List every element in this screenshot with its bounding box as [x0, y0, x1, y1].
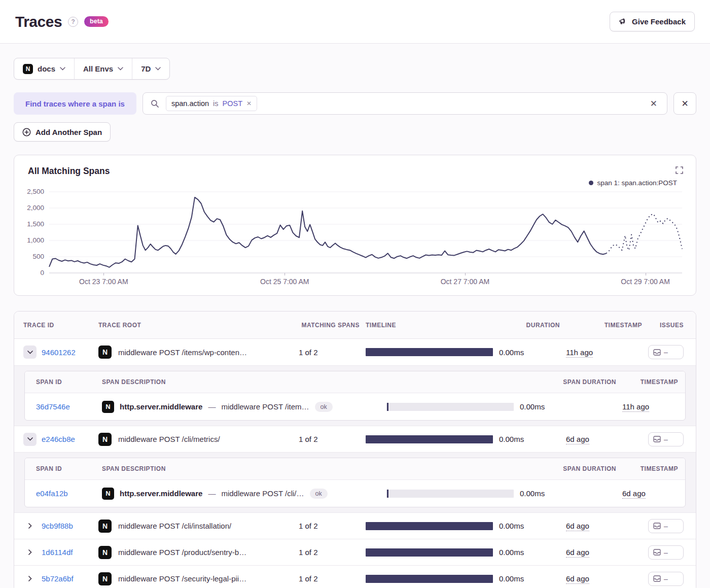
- legend-dot: [589, 181, 593, 185]
- nextjs-icon: N: [98, 345, 112, 359]
- nextjs-icon: N: [98, 520, 112, 533]
- collapse-row-button[interactable]: [23, 433, 37, 446]
- issues-button[interactable]: –: [648, 545, 684, 560]
- traces-table: Trace ID Trace Root Matching Spans Timel…: [14, 311, 696, 588]
- span-op: http.server.middleware: [120, 489, 202, 498]
- span-status-badge: ok: [315, 402, 333, 412]
- trace-id-link[interactable]: 5b72a6bf: [42, 574, 74, 583]
- timeline-bar: [366, 548, 493, 557]
- add-another-span-button[interactable]: Add Another Span: [14, 122, 111, 142]
- issues-button[interactable]: –: [648, 519, 684, 533]
- span-duration-value: 0.00ms: [520, 489, 616, 498]
- timestamp-value[interactable]: 11h ago: [566, 348, 642, 357]
- col-span-duration: Span Duration: [563, 465, 616, 472]
- table-row: 5b72a6bf N middleware POST /security-leg…: [14, 565, 696, 588]
- expand-row-button[interactable]: [23, 520, 37, 533]
- expand-row-button[interactable]: [23, 546, 37, 559]
- issues-button[interactable]: –: [648, 345, 684, 359]
- help-icon[interactable]: ?: [68, 17, 78, 27]
- chevron-down-icon: [155, 67, 161, 71]
- trace-root-label: middleware POST /security-legal-pii…: [118, 574, 246, 583]
- spans-line-chart: [49, 192, 682, 273]
- span-subtable-wrap: Span ID Span Description Span Duration T…: [14, 452, 696, 512]
- nextjs-icon: N: [102, 401, 114, 413]
- matching-spans-value: 1 of 2: [299, 435, 360, 443]
- col-trace-root: Trace Root: [98, 322, 293, 329]
- date-range-selector[interactable]: 7D: [132, 58, 169, 79]
- nextjs-icon: N: [98, 572, 112, 585]
- col-issues: Issues: [660, 322, 684, 329]
- col-timestamp: Timestamp: [605, 322, 642, 329]
- fullscreen-icon[interactable]: [676, 166, 683, 174]
- trace-id-link[interactable]: 9cb9f88b: [42, 522, 73, 530]
- chevron-right-icon: [28, 523, 32, 529]
- trace-id-link[interactable]: 1d6114df: [42, 548, 73, 557]
- issue-box-icon: [653, 436, 661, 442]
- chevron-down-icon: [60, 67, 65, 71]
- nextjs-icon: N: [98, 433, 112, 446]
- page-filter-bar: N docs All Envs 7D: [14, 58, 170, 80]
- project-selector[interactable]: N docs: [14, 58, 74, 79]
- issue-box-icon: [653, 523, 661, 529]
- search-icon: [151, 99, 159, 108]
- megaphone-icon: [619, 17, 627, 26]
- remove-span-filter-button[interactable]: ✕: [673, 92, 696, 115]
- table-row: 1d6114df N middleware POST /product/sent…: [14, 539, 696, 565]
- token-key: span.action: [171, 99, 209, 108]
- chevron-down-icon: [27, 351, 33, 354]
- table-row: 9cb9f88b N middleware POST /cli/installa…: [14, 512, 696, 539]
- trace-root-label: middleware POST /cli/metrics/: [118, 435, 220, 443]
- chart-x-axis: Oct 23 7:00 AMOct 25 7:00 AMOct 27 7:00 …: [49, 273, 682, 291]
- span-subtable-header: Span ID Span Description Span Duration T…: [25, 371, 685, 393]
- issues-button[interactable]: –: [648, 572, 684, 586]
- issue-box-icon: [653, 349, 661, 356]
- matching-spans-value: 1 of 2: [299, 574, 360, 583]
- issues-button[interactable]: –: [648, 432, 684, 446]
- col-span-timestamp: Timestamp: [641, 378, 678, 386]
- trace-root-label: middleware POST /cli/installation/: [118, 522, 231, 530]
- timestamp-value[interactable]: 6d ago: [566, 435, 642, 443]
- timestamp-value[interactable]: 6d ago: [566, 548, 642, 557]
- span-timeline-track: [386, 403, 514, 411]
- col-span-timestamp: Timestamp: [641, 465, 678, 472]
- environment-selector[interactable]: All Envs: [74, 58, 132, 79]
- duration-value: 0.00ms: [499, 548, 560, 557]
- token-operator: is: [213, 99, 218, 108]
- span-timestamp-value[interactable]: 11h ago: [622, 402, 678, 411]
- col-timeline: Timeline: [366, 322, 493, 329]
- issues-count: –: [664, 435, 668, 443]
- span-timeline-tick: [387, 403, 388, 411]
- trace-id-link[interactable]: e246cb8e: [42, 435, 75, 443]
- timeline-bar: [366, 435, 493, 443]
- separator: —: [208, 489, 216, 498]
- timeline-bar: [366, 348, 493, 356]
- plus-circle-icon: [22, 128, 31, 136]
- col-span-description: Span Description: [102, 378, 380, 386]
- duration-value: 0.00ms: [499, 574, 560, 583]
- duration-value: 0.00ms: [499, 435, 560, 443]
- trace-id-link[interactable]: 94601262: [42, 348, 76, 357]
- span-timestamp-value[interactable]: 6d ago: [622, 489, 678, 498]
- token-remove-icon[interactable]: ✕: [246, 100, 252, 107]
- chart-legend[interactable]: span 1: span.action:POST: [589, 179, 677, 187]
- collapse-row-button[interactable]: [23, 345, 37, 359]
- col-span-description: Span Description: [102, 465, 380, 472]
- legend-label: span 1: span.action:POST: [597, 179, 677, 187]
- all-matching-spans-panel: All Matching Spans span 1: span.action:P…: [14, 155, 696, 296]
- span-timeline-track: [386, 490, 514, 498]
- issues-count: –: [664, 348, 668, 356]
- search-token[interactable]: span.action is POST ✕: [166, 96, 257, 111]
- issues-count: –: [664, 548, 668, 557]
- timestamp-value[interactable]: 6d ago: [566, 574, 642, 583]
- span-search-input[interactable]: span.action is POST ✕ ✕: [143, 92, 667, 115]
- span-subtable-header: Span ID Span Description Span Duration T…: [25, 458, 685, 480]
- search-clear-icon[interactable]: ✕: [648, 96, 659, 111]
- timestamp-value[interactable]: 6d ago: [566, 522, 642, 530]
- span-filter-label: Find traces where a span is: [14, 92, 136, 115]
- span-id-link[interactable]: e04fa12b: [36, 489, 96, 498]
- give-feedback-button[interactable]: Give Feedback: [610, 12, 695, 31]
- expand-row-button[interactable]: [23, 572, 37, 585]
- span-id-link[interactable]: 36d7546e: [36, 402, 96, 411]
- issue-box-icon: [653, 575, 661, 582]
- span-filter-row: Find traces where a span is span.action …: [14, 92, 696, 115]
